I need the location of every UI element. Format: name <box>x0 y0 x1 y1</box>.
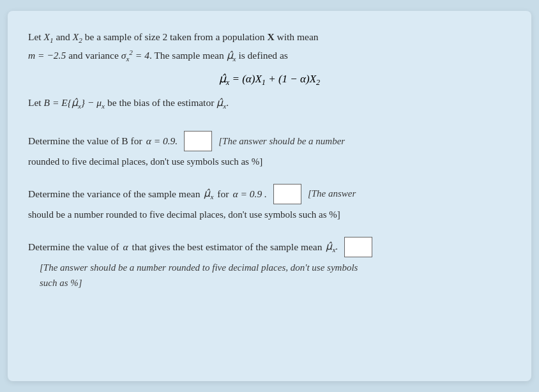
q2-alpha: α = 0.9 . <box>232 186 266 202</box>
q2-continuation: should be a number rounded to five decim… <box>28 207 511 223</box>
question3-block: Determine the value of α that gives the … <box>28 237 511 292</box>
q3-mu-hat: μ̂x. <box>326 238 338 256</box>
q2-prefix: Determine the variance of the sample mea… <box>28 186 200 202</box>
q3-middle: that gives the best estimator of the sam… <box>132 239 323 255</box>
q1-continuation: rounded to five decimal places, don't us… <box>28 154 511 170</box>
q1-alpha: α = 0.9. <box>146 133 178 149</box>
question3-line: Determine the value of α that gives the … <box>28 237 511 257</box>
intro-line2: m = −2.5 and variance σx2 = 4. The sampl… <box>28 47 511 65</box>
main-card: Let X1 and X2 be a sample of size 2 take… <box>8 11 531 381</box>
question1-block: Determine the value of B for α = 0.9. [T… <box>28 131 511 170</box>
q1-prefix: Determine the value of B for <box>28 133 142 149</box>
mu-hat-intro: μ̂x <box>227 50 236 61</box>
bias-line: Let B = E{μ̂x} − μx be the bias of the e… <box>28 94 511 112</box>
formula-block: μ̂x = (α)X1 + (1 − α)X2 <box>28 72 511 87</box>
sigma-sq: σx2 = 4 <box>121 50 149 61</box>
question2-line: Determine the variance of the sample mea… <box>28 184 511 204</box>
q1-answer-input[interactable] <box>184 131 212 151</box>
intro-line1: Let X1 and X2 be a sample of size 2 take… <box>28 29 511 47</box>
q3-alpha-symbol: α <box>123 239 128 255</box>
x1-symbol: X1 <box>44 31 54 42</box>
q3-hint-line2: such as %] <box>40 278 82 288</box>
q2-answer-input[interactable] <box>273 184 301 204</box>
question1-line: Determine the value of B for α = 0.9. [T… <box>28 131 511 151</box>
x-bold: X <box>267 31 274 42</box>
intro-block: Let X1 and X2 be a sample of size 2 take… <box>28 29 511 64</box>
q2-hint: [The answer <box>308 188 356 199</box>
q2-for: for <box>217 186 229 202</box>
q1-hint: [The answer should be a number <box>218 136 345 147</box>
mu-hat-estimator: μ̂x <box>216 97 226 108</box>
x2-symbol: X2 <box>73 31 82 42</box>
m-value: m = −2.5 <box>28 50 66 61</box>
formula: μ̂x = (α)X1 + (1 − α)X2 <box>219 73 320 85</box>
q3-prefix: Determine the value of <box>28 239 119 255</box>
question2-block: Determine the variance of the sample mea… <box>28 184 511 223</box>
b-def: B = E{μ̂x} − μx <box>44 97 105 108</box>
q3-hint-italic: [The answer should be a number rounded t… <box>28 260 511 292</box>
q2-mu-hat: μ̂x <box>204 185 213 203</box>
q3-answer-input[interactable] <box>344 237 372 257</box>
